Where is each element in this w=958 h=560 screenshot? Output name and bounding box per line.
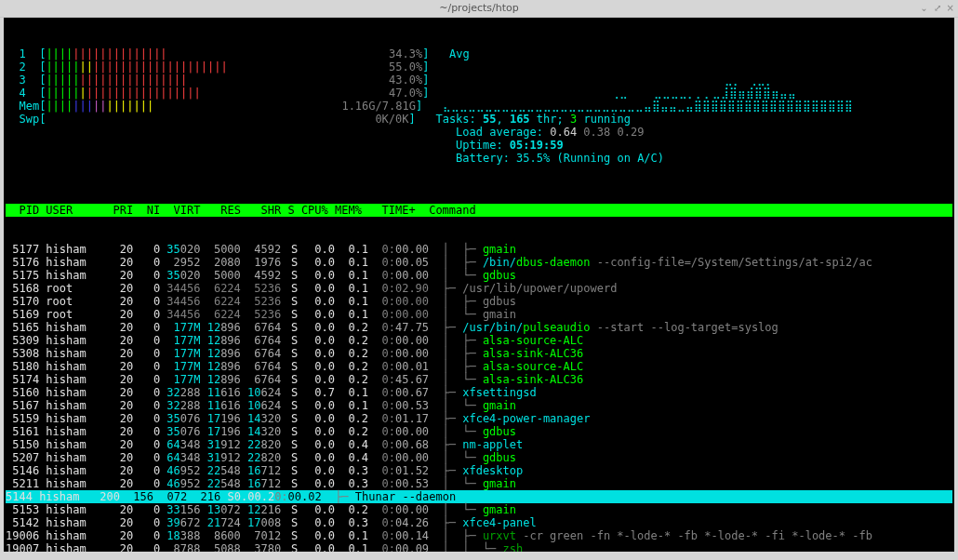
cpu-bar-4: 4 [||||||||||||||||||||||| 47.0%] ⢀⣀ ⣀⣀⣀… [6,87,952,100]
process-row[interactable]: 5207 hisham 200643483191222820 S0.00.40:… [6,451,952,464]
cpu-bar-3: 3 [||||||||||||||||||||| 43.0%] ⣀⡀ ⢀⣀⡀ [6,73,952,87]
process-row[interactable]: 19007 hisham 200878850883780 S0.00.10:00… [6,542,952,552]
process-row[interactable]: 5180 hisham 200 177M128966764 S0.00.20:0… [6,360,952,373]
process-row[interactable]: 5160 hisham 200322881161610624 S0.70.10:… [6,386,952,399]
window-title: ~/projects/htop [439,2,519,15]
process-row[interactable]: 5142 hisham 200396722172417008 S0.00.30:… [6,516,952,529]
process-row[interactable]: 5150 hisham 200643483191222820 S0.00.40:… [6,438,952,451]
process-row-selected[interactable]: 5144 hisham 200331561307212216 S0.00.20:… [6,490,952,503]
process-row[interactable]: 5211 hisham 200469522254816712 S0.00.30:… [6,477,952,490]
iconify-icon[interactable]: ⌄ [920,2,927,15]
process-row[interactable]: 5146 hisham 200469522254816712 S0.00.30:… [6,464,952,477]
process-row[interactable]: 5161 hisham 200350761719614320 S0.00.20:… [6,425,952,438]
process-row[interactable]: 5308 hisham 200 177M128966764 S0.00.20:0… [6,347,952,360]
uptime: Uptime: 05:19:59 [6,139,952,152]
process-row[interactable]: 5174 hisham 200 177M128966764 S0.00.20:4… [6,373,952,386]
window-root: ~/projects/htop ⌄ ⤢ × 1 [|||||||||||||||… [0,0,958,560]
cpu-bar-1: 1 [|||||||||||||||||| 34.3%] Avg [6,47,952,60]
column-header[interactable]: PID USER PRI NI VIRT RES SHR S CPU% MEM%… [6,204,952,217]
battery: Battery: 35.5% (Running on A/C) [6,152,952,165]
cpu-bar-2: 2 [||||||||||||||||||||||||||| 55.0%] [6,60,952,73]
swp-bar: Swp[ 0K/0K] Tasks: 55, 165 thr; 3 runnin… [6,113,952,126]
terminal[interactable]: 1 [|||||||||||||||||| 34.3%] Avg 2 [||||… [4,18,954,552]
titlebar[interactable]: ~/projects/htop ⌄ ⤢ × [0,0,958,18]
close-icon[interactable]: × [947,2,954,15]
process-row[interactable]: 5153 hisham 200331561307212216 S0.00.20:… [6,503,952,516]
process-row[interactable]: 5165 hisham 200 177M128966764 S0.00.20:4… [6,321,952,334]
process-row[interactable]: 5168 root 2003445662245236 S0.00.10:02.9… [6,282,952,295]
process-row[interactable]: 5176 hisham 200295220801976 S0.00.10:00.… [6,256,952,269]
maximize-icon[interactable]: ⤢ [934,2,941,15]
mem-bar: Mem[|||||||||||||||| 1.16G/7.81G] ⣄⣀⣀⣀⣀⣀… [6,100,952,113]
process-row[interactable]: 5309 hisham 200 177M128966764 S0.00.20:0… [6,334,952,347]
process-row[interactable]: 5177 hisham 2003502050004592 S0.00.10:00… [6,243,952,256]
process-row[interactable]: 5159 hisham 200350761719614320 S0.00.20:… [6,412,952,425]
process-row[interactable]: 5175 hisham 2003502050004592 S0.00.10:00… [6,269,952,282]
loadavg: Load average: 0.64 0.38 0.29 [6,126,952,139]
process-row[interactable]: 5169 root 2003445662245236 S0.00.10:00.0… [6,308,952,321]
process-row[interactable]: 19006 hisham 2001838886007012 S0.00.10:0… [6,529,952,542]
process-row[interactable]: 5167 hisham 200322881161610624 S0.00.10:… [6,399,952,412]
process-row[interactable]: 5170 root 2003445662245236 S0.00.10:00.0… [6,295,952,308]
